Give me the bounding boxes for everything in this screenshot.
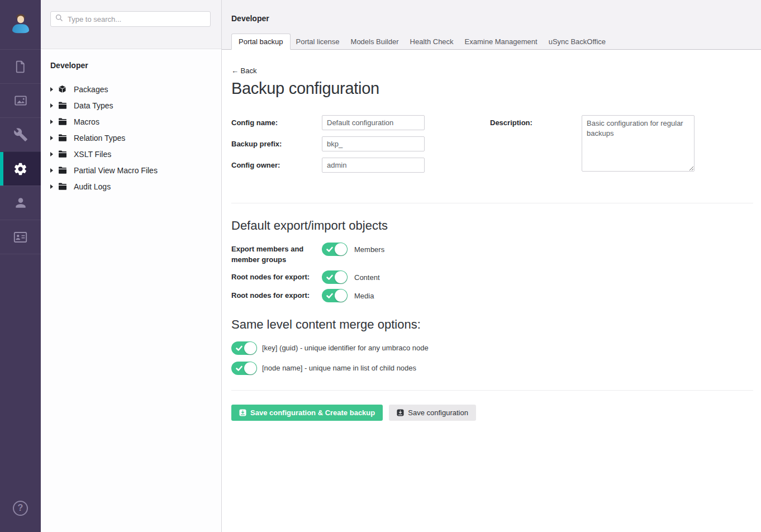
tab-usync-backoffice[interactable]: uSync BackOffice (543, 34, 611, 50)
media-toggle[interactable] (322, 289, 348, 302)
expand-caret-icon[interactable] (50, 120, 53, 124)
toggle-knob (244, 342, 256, 354)
config-owner-label: Config owner: (231, 158, 322, 169)
merge-section-title: Same level content merge options: (231, 317, 753, 332)
help-icon[interactable]: ? (13, 501, 28, 516)
tree-item-xslt-files[interactable]: XSLT Files (50, 146, 216, 162)
save-and-create-backup-label: Save configuration & Create backup (250, 408, 375, 417)
tree-item-label: Data Types (74, 101, 113, 110)
rail-item-media[interactable] (0, 83, 41, 117)
tree-header: Developer (50, 61, 216, 70)
tree-item-partial-view-macro-files[interactable]: Partial View Macro Files (50, 162, 216, 178)
expand-caret-icon[interactable] (50, 87, 53, 92)
page-title: Backup configuration (231, 79, 753, 98)
toggle-knob (244, 362, 256, 374)
expand-caret-icon[interactable] (50, 184, 53, 189)
export-row-label: Export members and member groups (231, 243, 322, 265)
expand-caret-icon[interactable] (50, 103, 53, 108)
key-guid-toggle[interactable] (231, 341, 257, 355)
search-input[interactable] (66, 15, 206, 24)
wrench-icon (13, 127, 28, 142)
check-icon (326, 292, 334, 302)
user-avatar[interactable] (0, 0, 41, 49)
back-link[interactable]: ← Back (231, 66, 257, 75)
merge-option-label: [node name] - unique name in list of chi… (262, 364, 416, 372)
save-and-create-backup-button[interactable]: Save configuration & Create backup (231, 405, 383, 421)
folder-icon (58, 166, 67, 174)
tree-item-label: XSLT Files (74, 150, 111, 159)
node-name-toggle[interactable] (231, 362, 257, 375)
folder-icon (58, 134, 67, 142)
rail-item-content[interactable] (0, 49, 41, 83)
save-configuration-button[interactable]: Save configuration (389, 405, 476, 421)
folder-icon (58, 182, 67, 191)
search-strip (41, 0, 221, 49)
rail-item-members[interactable] (0, 220, 41, 254)
members-toggle[interactable] (322, 243, 348, 256)
section-divider (231, 203, 753, 203)
rail-item-developer[interactable] (0, 151, 41, 186)
rail-help-section: ? (0, 484, 41, 532)
rail-item-users[interactable] (0, 186, 41, 220)
backup-prefix-label: Backup prefix: (231, 136, 322, 148)
expand-caret-icon[interactable] (50, 136, 53, 140)
expand-caret-icon[interactable] (50, 152, 53, 156)
tree-item-label: Partial View Macro Files (74, 166, 158, 175)
section-divider (231, 390, 753, 391)
form-row-description: Description: Basic configuration for reg… (490, 115, 695, 172)
image-icon (13, 93, 28, 108)
tab-portal-backup[interactable]: Portal backup (231, 34, 291, 50)
toggle-knob (335, 271, 347, 283)
rail-item-settings[interactable] (0, 117, 41, 151)
search-box[interactable] (50, 11, 211, 27)
search-icon (55, 14, 66, 24)
tab-portal-license[interactable]: Portal license (291, 34, 345, 50)
tab-bar: Portal backup Portal license Models Buil… (231, 34, 611, 50)
tree: Developer Packages Data Types (41, 49, 221, 194)
backup-prefix-input[interactable] (322, 136, 425, 151)
package-icon (58, 85, 67, 93)
folder-icon (58, 117, 67, 126)
config-form: Config name: Backup prefix: Config owner… (231, 115, 753, 188)
section-title: Developer (231, 14, 269, 23)
expand-caret-icon[interactable] (50, 168, 53, 173)
toggle-label: Media (354, 289, 374, 300)
toggle-label: Content (354, 270, 380, 282)
tree-item-label: Relation Types (74, 134, 125, 142)
tree-item-label: Audit Logs (74, 182, 111, 191)
app-rail: ? (0, 0, 41, 532)
tab-examine-management[interactable]: Examine Management (459, 34, 543, 50)
config-name-input[interactable] (322, 115, 425, 130)
tab-models-builder[interactable]: Models Builder (345, 34, 405, 50)
tree-item-label: Packages (74, 85, 108, 94)
avatar-icon (11, 14, 31, 34)
export-row-content: Root nodes for export: Content (231, 270, 753, 284)
gear-icon (13, 162, 28, 177)
save-icon (397, 409, 404, 416)
toggle-knob (335, 289, 347, 302)
description-textarea[interactable]: Basic configuration for regular backups (582, 115, 695, 172)
export-row-label: Root nodes for export: (231, 289, 322, 301)
folder-icon (58, 101, 67, 110)
export-row-label: Root nodes for export: (231, 270, 322, 283)
help-glyph: ? (18, 503, 23, 513)
button-row: Save configuration & Create backup Save … (231, 405, 753, 421)
id-card-icon (13, 230, 28, 245)
toggle-label: Members (354, 243, 384, 254)
tree-item-relation-types[interactable]: Relation Types (50, 130, 216, 146)
config-owner-input[interactable] (322, 158, 425, 173)
tree-item-packages[interactable]: Packages (50, 81, 216, 97)
merge-row-key-guid: [key] (guid) - unique identifier for any… (231, 341, 753, 355)
tree-item-audit-logs[interactable]: Audit Logs (50, 178, 216, 194)
tree-item-data-types[interactable]: Data Types (50, 97, 216, 113)
tab-health-check[interactable]: Health Check (405, 34, 459, 50)
export-row-media: Root nodes for export: Media (231, 289, 753, 302)
config-name-label: Config name: (231, 115, 322, 127)
check-icon (326, 245, 334, 255)
merge-option-label: [key] (guid) - unique identifier for any… (262, 344, 429, 352)
document-icon (13, 60, 27, 74)
content-toggle[interactable] (322, 270, 348, 284)
tree-item-macros[interactable]: Macros (50, 113, 216, 130)
description-label: Description: (490, 115, 582, 127)
tree-panel: Developer Packages Data Types (41, 0, 222, 532)
